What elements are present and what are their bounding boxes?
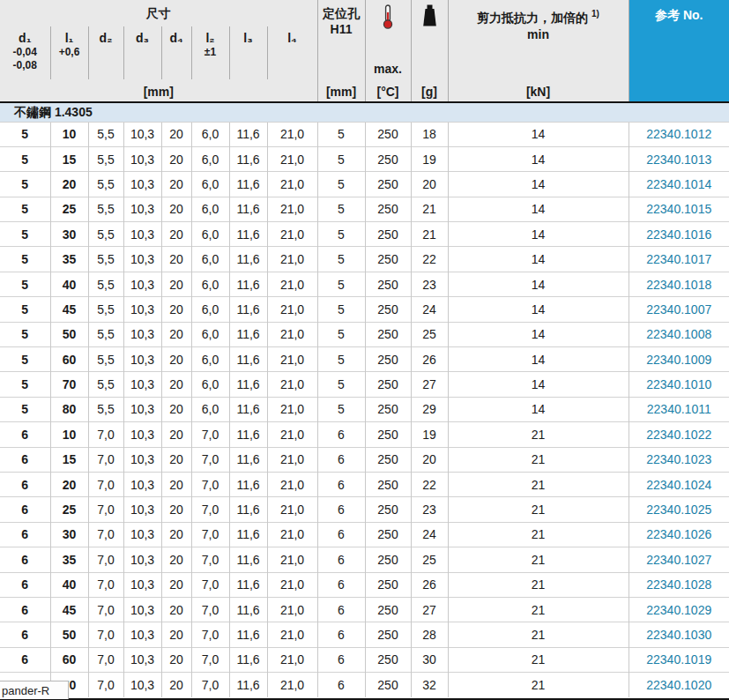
cell-shear_kn: 14 [448, 197, 629, 221]
cell-ref_no[interactable]: 22340.1024 [629, 472, 729, 496]
weight-unit: [g] [411, 79, 448, 102]
cell-l3: 11,6 [229, 297, 267, 322]
cell-temp_max: 250 [365, 247, 411, 272]
shear-unit: [kN] [448, 79, 629, 102]
cell-l1: 20 [50, 172, 88, 197]
cell-ref_no[interactable]: 22340.1020 [629, 673, 729, 697]
cell-l1: 15 [50, 146, 88, 171]
cell-d1: 5 [0, 372, 50, 397]
cell-l3: 11,6 [229, 572, 267, 597]
cell-l2: 6,0 [191, 297, 229, 322]
cell-ref_no[interactable]: 22340.1007 [629, 297, 729, 322]
cell-hole: 6 [317, 472, 365, 496]
cell-temp_max: 250 [365, 122, 411, 146]
cell-l1: 25 [50, 197, 88, 221]
cell-l4: 21,0 [267, 247, 317, 272]
cell-hole: 5 [317, 172, 365, 197]
cell-ref_no[interactable]: 22340.1012 [629, 122, 729, 146]
cell-ref_no[interactable]: 22340.1017 [629, 247, 729, 272]
cell-d4: 20 [161, 597, 191, 622]
cell-ref_no[interactable]: 22340.1011 [629, 397, 729, 421]
shear-min-label: min [449, 26, 629, 43]
cell-l1: 60 [50, 347, 88, 372]
cell-l3: 11,6 [229, 372, 267, 397]
cell-ref_no[interactable]: 22340.1009 [629, 347, 729, 372]
cell-l2: 7,0 [191, 472, 229, 496]
cell-ref_no[interactable]: 22340.1008 [629, 322, 729, 346]
cell-d2: 7,0 [88, 422, 123, 447]
cell-d2: 5,5 [88, 322, 123, 346]
cell-d1: 5 [0, 322, 50, 346]
cell-ref_no[interactable]: 22340.1030 [629, 622, 729, 647]
cell-ref_no[interactable]: 22340.1028 [629, 572, 729, 597]
catalog-table-page: 尺寸 定位孔 H11 max [0, 0, 729, 700]
cell-d4: 20 [161, 222, 191, 247]
cell-d1: 5 [0, 347, 50, 372]
cell-l4: 21,0 [267, 272, 317, 296]
cell-d2: 5,5 [88, 297, 123, 322]
cell-ref_no[interactable]: 22340.1022 [629, 422, 729, 447]
cell-ref_no[interactable]: 22340.1023 [629, 447, 729, 472]
cell-d2: 5,5 [88, 372, 123, 397]
product-dimensions-table: 尺寸 定位孔 H11 max [0, 0, 729, 697]
table-row: 6207,010,3207,011,621,06250222122340.102… [0, 472, 729, 496]
cell-ref_no[interactable]: 22340.1026 [629, 522, 729, 547]
cell-temp_max: 250 [365, 322, 411, 346]
cell-ref_no[interactable]: 22340.1029 [629, 597, 729, 622]
cell-l3: 11,6 [229, 422, 267, 447]
cell-hole: 5 [317, 372, 365, 397]
cell-d1: 6 [0, 622, 50, 647]
cell-ref_no[interactable]: 22340.1014 [629, 172, 729, 197]
cell-d1: 6 [0, 472, 50, 496]
cell-d3: 10,3 [123, 272, 161, 296]
cell-d1: 5 [0, 197, 50, 221]
cell-d1: 5 [0, 122, 50, 146]
cell-d4: 20 [161, 472, 191, 496]
cell-d4: 20 [161, 522, 191, 547]
cell-d4: 20 [161, 447, 191, 472]
cell-temp_max: 250 [365, 673, 411, 697]
cell-ref_no[interactable]: 22340.1027 [629, 547, 729, 572]
reference-no-label: 参考 No. [655, 8, 703, 22]
cell-l1: 40 [50, 572, 88, 597]
cell-weight_g: 22 [411, 247, 448, 272]
table-row: 5105,510,3206,011,621,05250181422340.101… [0, 122, 729, 146]
cell-shear_kn: 21 [448, 572, 629, 597]
cell-d3: 10,3 [123, 422, 161, 447]
cell-ref_no[interactable]: 22340.1013 [629, 146, 729, 171]
cell-l1: 80 [50, 397, 88, 421]
table-row: 5455,510,3206,011,621,05250241422340.100… [0, 297, 729, 322]
cell-ref_no[interactable]: 22340.1018 [629, 272, 729, 296]
cell-d3: 10,3 [123, 322, 161, 346]
cell-l1: 30 [50, 222, 88, 247]
cell-weight_g: 25 [411, 322, 448, 346]
cell-d2: 7,0 [88, 597, 123, 622]
cell-weight_g: 29 [411, 397, 448, 421]
cell-weight_g: 21 [411, 197, 448, 221]
cell-weight_g: 19 [411, 146, 448, 171]
cell-ref_no[interactable]: 22340.1016 [629, 222, 729, 247]
cell-d4: 20 [161, 622, 191, 647]
cell-hole: 6 [317, 647, 365, 672]
cell-ref_no[interactable]: 22340.1019 [629, 647, 729, 672]
cell-d4: 20 [161, 372, 191, 397]
cell-d1: 5 [0, 297, 50, 322]
cell-d3: 10,3 [123, 547, 161, 572]
cell-l3: 11,6 [229, 522, 267, 547]
col-header-reference-no: 参考 No. [629, 0, 729, 102]
cell-ref_no[interactable]: 22340.1025 [629, 497, 729, 522]
cell-d4: 20 [161, 673, 191, 697]
cell-weight_g: 30 [411, 647, 448, 672]
cell-l4: 21,0 [267, 472, 317, 496]
cell-d3: 10,3 [123, 247, 161, 272]
cell-l3: 11,6 [229, 547, 267, 572]
cell-shear_kn: 21 [448, 522, 629, 547]
cell-l4: 21,0 [267, 322, 317, 346]
shear-footnote-marker: 1) [591, 9, 599, 19]
cell-ref_no[interactable]: 22340.1010 [629, 372, 729, 397]
cell-ref_no[interactable]: 22340.1015 [629, 197, 729, 221]
cell-d3: 10,3 [123, 497, 161, 522]
col-header-d1: d₁ -0,04 -0,08 [0, 26, 50, 79]
cell-d2: 5,5 [88, 122, 123, 146]
cell-shear_kn: 14 [448, 297, 629, 322]
